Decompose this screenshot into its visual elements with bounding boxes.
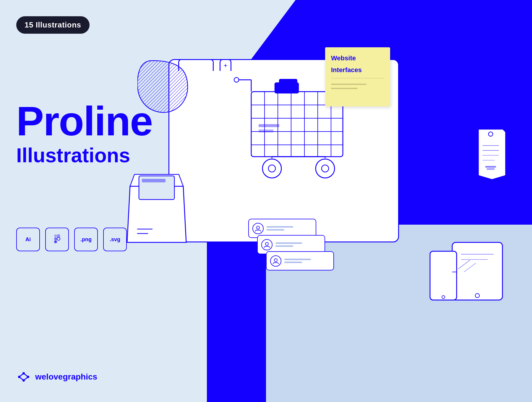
sticky-note: Website Interfaces	[325, 47, 390, 106]
profile-line-1b	[267, 229, 284, 231]
svg-point-23	[262, 159, 281, 178]
brand-logo: welovegraphics	[16, 371, 97, 383]
svg-point-6	[22, 372, 25, 375]
brand-name: welovegraphics	[35, 372, 97, 382]
sticky-note-interfaces: Interfaces	[331, 66, 384, 78]
svg-point-7	[27, 376, 29, 378]
sticky-note-website: Website	[331, 54, 384, 62]
shopping-bag	[124, 160, 189, 249]
profile-lines-2	[275, 242, 302, 247]
format-png-icon: .png	[74, 228, 98, 251]
title-area: Proline Illustrations	[16, 100, 153, 166]
format-figma-icon	[45, 228, 69, 251]
ai-label: Ai	[25, 236, 31, 243]
svg-rect-3	[57, 234, 60, 237]
svg-label: .svg	[110, 236, 120, 243]
svg-rect-44	[485, 166, 496, 168]
svg-rect-45	[486, 168, 495, 170]
illustration-container: + Website Interfaces	[124, 30, 520, 378]
illustrations-badge: 15 Illustrations	[16, 16, 90, 34]
svg-rect-1	[54, 237, 57, 240]
profile-avatar-3	[270, 255, 281, 267]
svg-rect-0	[54, 234, 57, 237]
svg-point-4	[57, 237, 60, 240]
profile-avatar-2	[261, 239, 273, 250]
svg-rect-55	[430, 251, 457, 300]
profile-line-3b	[284, 262, 302, 263]
browser-tab-plus: +	[220, 59, 231, 71]
svg-rect-31	[279, 79, 297, 85]
svg-point-48	[274, 259, 277, 262]
profile-line-3a	[284, 259, 311, 260]
figma-svg	[51, 234, 63, 245]
profile-card-3	[266, 251, 334, 270]
profile-line-1a	[267, 226, 293, 228]
svg-point-8	[22, 379, 25, 382]
svg-rect-2	[54, 240, 57, 243]
sticky-line-2	[331, 88, 358, 89]
title-illustrations: Illustrations	[16, 144, 153, 166]
svg-point-5	[18, 376, 20, 378]
png-label: .png	[80, 236, 92, 243]
svg-point-25	[316, 159, 335, 178]
devices	[429, 225, 505, 303]
profile-lines-1	[267, 226, 293, 231]
brand-icon	[16, 371, 31, 383]
profile-lines-3	[284, 259, 311, 263]
svg-rect-49	[452, 242, 502, 300]
svg-point-47	[265, 242, 268, 245]
format-icons-row: Ai .png .svg	[16, 228, 127, 251]
svg-point-46	[257, 226, 259, 229]
title-proline: Proline	[16, 100, 153, 142]
profile-avatar-1	[252, 223, 264, 234]
svg-point-32	[234, 77, 239, 82]
price-tag	[473, 124, 508, 184]
format-ai-icon: Ai	[16, 228, 40, 251]
sticky-line-1	[331, 84, 366, 85]
svg-point-24	[268, 165, 275, 172]
format-svg-icon: .svg	[103, 228, 127, 251]
svg-point-26	[322, 165, 329, 172]
svg-rect-34	[259, 129, 273, 132]
profile-line-2b	[275, 245, 293, 247]
badge-label: 15 Illustrations	[25, 20, 81, 29]
profile-line-2a	[275, 242, 302, 244]
svg-rect-33	[259, 124, 279, 127]
svg-rect-36	[142, 179, 166, 182]
